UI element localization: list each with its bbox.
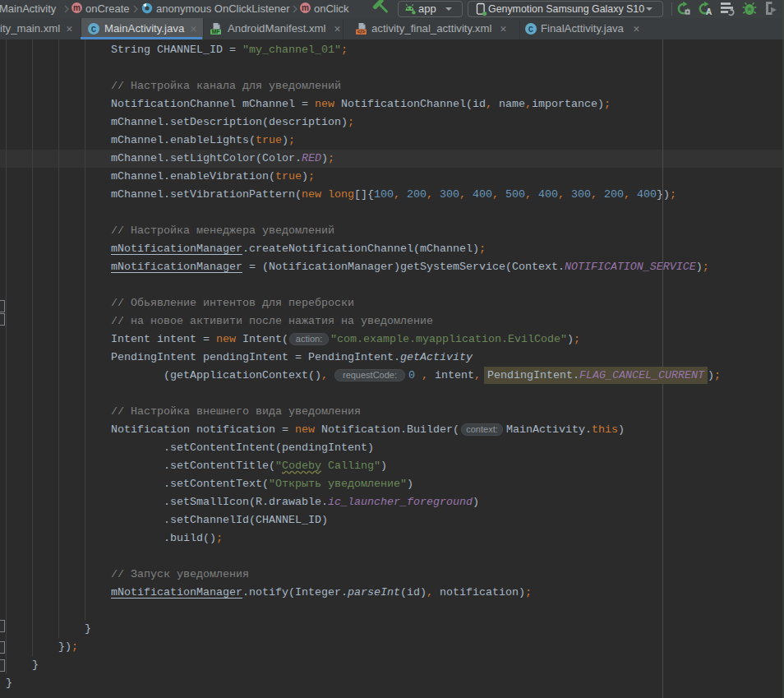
svg-text:C: C [528,25,534,35]
svg-text:A: A [706,7,713,16]
svg-text:C: C [91,25,97,35]
svg-text:MF: MF [212,29,219,35]
svg-text:</>: </> [357,29,366,35]
